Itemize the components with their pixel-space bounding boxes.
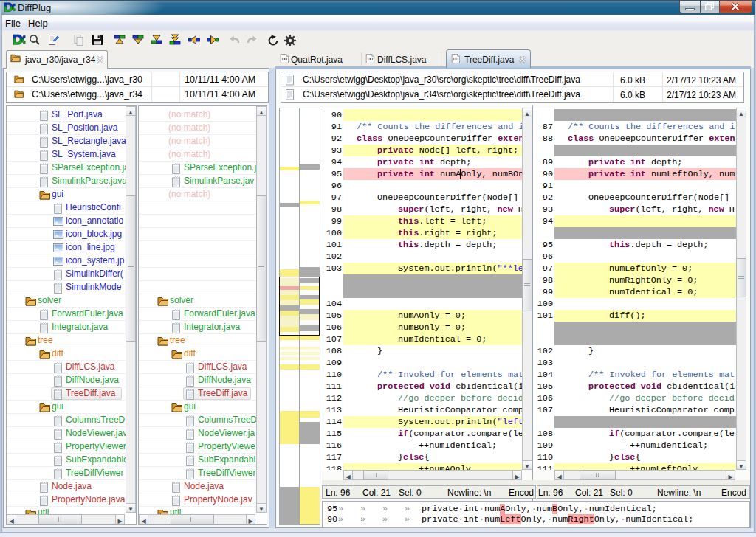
svg-text:TXT: TXT (281, 58, 288, 61)
svg-text:TXT: TXT (453, 58, 459, 61)
svg-text:TXT: TXT (367, 58, 374, 61)
